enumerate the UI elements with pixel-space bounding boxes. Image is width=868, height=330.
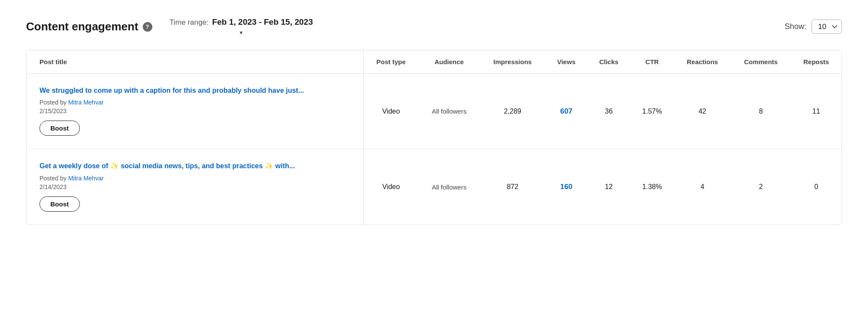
- post-title-cell-1: We struggled to come up with a caption f…: [26, 74, 363, 149]
- col-header-ctr: CTR: [630, 50, 674, 74]
- post-title-link-2[interactable]: Get a weekly dose of ✨ social media news…: [39, 161, 355, 171]
- clicks-cell-1: 36: [587, 74, 630, 149]
- boost-button-1[interactable]: Boost: [39, 121, 80, 136]
- header-right: Show: 10 25 50: [785, 20, 842, 34]
- time-range-row: Time range: Feb 1, 2023 - Feb 15, 2023: [170, 17, 313, 27]
- audience-cell-1: All followers: [418, 74, 480, 149]
- posted-by-label-1: Posted by: [39, 99, 68, 106]
- content-table: Post title Post type Audience Impression…: [26, 50, 842, 225]
- reposts-cell-1: 11: [791, 74, 842, 149]
- post-title-link-1[interactable]: We struggled to come up with a caption f…: [39, 86, 355, 95]
- section-title: Content engagement ?: [26, 20, 152, 33]
- ctr-cell-2: 1.38%: [630, 149, 674, 225]
- comments-cell-2: 2: [731, 149, 791, 225]
- time-range-value: Feb 1, 2023 - Feb 15, 2023: [212, 17, 313, 27]
- col-header-clicks: Clicks: [587, 50, 630, 74]
- col-header-reactions: Reactions: [674, 50, 731, 74]
- help-icon[interactable]: ?: [143, 22, 152, 32]
- table-row: We struggled to come up with a caption f…: [26, 74, 842, 149]
- impressions-cell-2: 872: [480, 149, 546, 225]
- reposts-cell-2: 0: [791, 149, 842, 225]
- time-range-label: Time range:: [170, 18, 209, 27]
- show-label: Show:: [785, 22, 806, 31]
- post-type-cell-2: Video: [363, 149, 418, 225]
- reactions-cell-2: 4: [674, 149, 731, 225]
- table-row: Get a weekly dose of ✨ social media news…: [26, 149, 842, 225]
- post-author-2[interactable]: Mitra Mehvar: [68, 175, 104, 182]
- posted-by-label-2: Posted by: [39, 175, 68, 182]
- views-cell-1: 607: [545, 74, 587, 149]
- post-meta-1: Posted by Mitra Mehvar: [39, 99, 355, 106]
- col-header-comments: Comments: [731, 50, 791, 74]
- ctr-cell-1: 1.57%: [630, 74, 674, 149]
- header-left: Content engagement ? Time range: Feb 1, …: [26, 17, 313, 36]
- col-header-impressions: Impressions: [480, 50, 546, 74]
- post-title-cell-2: Get a weekly dose of ✨ social media news…: [26, 149, 363, 225]
- time-range: Time range: Feb 1, 2023 - Feb 15, 2023 ▾: [170, 17, 313, 36]
- reactions-cell-1: 42: [674, 74, 731, 149]
- audience-cell-2: All followers: [418, 149, 480, 225]
- content-table-wrapper: Post title Post type Audience Impression…: [26, 50, 842, 225]
- chevron-down-icon[interactable]: ▾: [240, 29, 243, 36]
- post-meta-2: Posted by Mitra Mehvar: [39, 175, 355, 182]
- section-title-text: Content engagement: [26, 20, 138, 33]
- boost-button-2[interactable]: Boost: [39, 196, 80, 212]
- page-container: Content engagement ? Time range: Feb 1, …: [0, 0, 868, 330]
- comments-cell-1: 8: [731, 74, 791, 149]
- col-header-post-title: Post title: [26, 50, 363, 74]
- show-select[interactable]: 10 25 50: [812, 20, 842, 34]
- col-header-views: Views: [545, 50, 587, 74]
- post-author-1[interactable]: Mitra Mehvar: [68, 99, 104, 106]
- table-header-row: Post title Post type Audience Impression…: [26, 50, 842, 74]
- col-header-reposts: Reposts: [791, 50, 842, 74]
- views-cell-2: 160: [545, 149, 587, 225]
- post-date-2: 2/14/2023: [39, 183, 355, 190]
- col-header-audience: Audience: [418, 50, 480, 74]
- header-row: Content engagement ? Time range: Feb 1, …: [26, 17, 842, 36]
- col-header-post-type: Post type: [363, 50, 418, 74]
- post-date-1: 2/15/2023: [39, 108, 355, 114]
- impressions-cell-1: 2,289: [480, 74, 546, 149]
- post-type-cell-1: Video: [363, 74, 418, 149]
- clicks-cell-2: 12: [587, 149, 630, 225]
